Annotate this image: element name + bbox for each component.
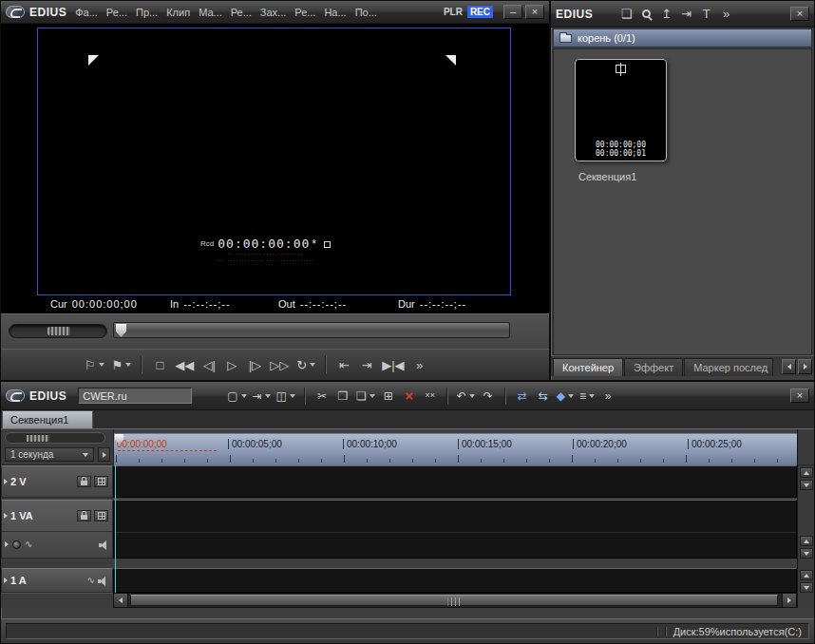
set-out-button[interactable]: ⚑ bbox=[108, 353, 136, 376]
time-scale-step-button[interactable] bbox=[98, 447, 110, 462]
close-button[interactable]: × bbox=[525, 5, 544, 19]
new-sequence-button[interactable]: ▢ bbox=[224, 385, 249, 407]
scroll-up-button[interactable] bbox=[800, 570, 813, 580]
scroll-tabs-right-button[interactable] bbox=[798, 359, 812, 374]
redo-button[interactable]: ↷ bbox=[478, 385, 499, 407]
player-mode-button[interactable]: PLR bbox=[442, 6, 464, 18]
set-in-button[interactable]: ⚐ bbox=[81, 353, 108, 376]
track-expand-icon[interactable] bbox=[4, 513, 8, 519]
speaker-icon[interactable] bbox=[99, 540, 109, 549]
speaker-icon[interactable] bbox=[98, 577, 108, 585]
track-lock-button[interactable] bbox=[77, 510, 91, 521]
sync-mode-button[interactable]: ⇄ bbox=[512, 385, 533, 407]
cut-button[interactable]: ✂ bbox=[312, 385, 332, 407]
track-expand-icon[interactable] bbox=[4, 479, 8, 484]
track-lock-button[interactable] bbox=[77, 476, 91, 487]
recorder-mode-button[interactable]: REC bbox=[467, 6, 493, 18]
zoom-slider-thumb[interactable] bbox=[27, 435, 49, 442]
menu-item[interactable]: Ре... bbox=[294, 7, 315, 18]
goto-out-button[interactable]: ⇥ bbox=[355, 353, 378, 376]
new-folder-button[interactable]: ❏ bbox=[616, 3, 636, 26]
track-expand-icon[interactable] bbox=[4, 578, 8, 583]
time-scale-select[interactable]: 1 секунда bbox=[5, 447, 94, 462]
save-project-button[interactable]: ◫ bbox=[274, 385, 298, 407]
track-patch-button[interactable] bbox=[94, 476, 108, 487]
menu-item[interactable]: Ре... bbox=[106, 7, 127, 18]
horizontal-scrollbar[interactable] bbox=[113, 593, 797, 608]
horizontal-scroll-thumb[interactable] bbox=[130, 595, 778, 606]
goto-in-button[interactable]: ⇤ bbox=[332, 353, 355, 376]
clip-thumbnail[interactable]: 00:00:00;00 00:00:00;01 bbox=[575, 59, 667, 161]
loop-playback-button[interactable]: ↻ bbox=[293, 353, 319, 376]
audio-expand-icon[interactable] bbox=[5, 541, 9, 547]
add-clip-button[interactable]: ⇥ bbox=[250, 385, 274, 407]
timeline-close-button[interactable]: × bbox=[790, 388, 809, 403]
audio-pan-knob[interactable] bbox=[12, 540, 21, 549]
delete-button[interactable]: × bbox=[399, 385, 420, 407]
menu-item[interactable]: Фа... bbox=[75, 7, 98, 18]
menu-item[interactable]: Зах... bbox=[260, 7, 286, 18]
menu-item[interactable]: Ма... bbox=[199, 7, 222, 18]
bin-tab[interactable]: Контейнер bbox=[553, 358, 623, 376]
import-button[interactable]: ⇥ bbox=[676, 3, 696, 26]
copy-button[interactable]: ❐ bbox=[332, 385, 353, 407]
scroll-right-button[interactable] bbox=[782, 594, 796, 607]
track-header-1a[interactable]: 1 A ∿ bbox=[1, 568, 113, 593]
position-slider-handle[interactable] bbox=[116, 324, 126, 337]
scroll-down-button[interactable] bbox=[800, 548, 813, 559]
bin-folder-path[interactable]: корень (0/1) bbox=[553, 28, 812, 47]
rewind-button[interactable]: ◀◀ bbox=[171, 353, 198, 376]
next-frame-button[interactable]: |▷ bbox=[243, 353, 266, 376]
timeline-ruler[interactable]: 00:00:00;0000:00:05;0000:00:10;0000:00:1… bbox=[113, 429, 797, 465]
track-lane-1va[interactable] bbox=[113, 500, 797, 559]
play-button[interactable]: ▷ bbox=[220, 353, 243, 376]
move-up-button[interactable]: ↥ bbox=[656, 3, 676, 26]
paste-button[interactable]: ❏ bbox=[353, 385, 378, 407]
track-lane-2v[interactable] bbox=[113, 465, 797, 498]
scroll-down-button[interactable] bbox=[800, 480, 813, 490]
bin-content-area[interactable]: 00:00:00;00 00:00:00;01 Секвенция1 bbox=[553, 48, 812, 355]
scroll-up-button[interactable] bbox=[800, 467, 813, 478]
bin-tab[interactable]: Эффект bbox=[624, 358, 683, 376]
scroll-tabs-left-button[interactable] bbox=[782, 359, 796, 374]
add-to-timeline-button[interactable]: ◆ bbox=[554, 385, 577, 407]
menu-item[interactable]: На... bbox=[324, 7, 346, 18]
insert-overwrite-button[interactable]: ⇆ bbox=[533, 385, 554, 407]
position-slider[interactable] bbox=[113, 322, 510, 338]
menu-item[interactable]: По... bbox=[355, 7, 377, 18]
track-header-2v[interactable]: 2 V bbox=[1, 465, 113, 498]
previous-frame-button[interactable]: ◁| bbox=[198, 353, 220, 376]
bin-tab[interactable]: Маркер послед bbox=[684, 358, 773, 376]
track-header-1va[interactable]: 1 VA ∿ bbox=[1, 500, 113, 559]
scroll-left-button[interactable] bbox=[114, 594, 128, 607]
undo-button[interactable]: ↶ bbox=[454, 385, 478, 407]
more-tools-button[interactable]: » bbox=[597, 385, 618, 407]
scroll-up-button[interactable] bbox=[800, 536, 813, 546]
stop-button[interactable]: □ bbox=[148, 353, 171, 376]
replace-button[interactable]: ⊞ bbox=[378, 385, 399, 407]
menu-item[interactable]: Клип bbox=[166, 7, 190, 18]
search-button[interactable] bbox=[636, 3, 656, 26]
waveform-icon[interactable]: ∿ bbox=[87, 576, 95, 585]
scroll-down-button[interactable] bbox=[800, 582, 813, 593]
fast-forward-button[interactable]: ▷▷ bbox=[266, 353, 293, 376]
more-tools-button[interactable]: » bbox=[716, 3, 736, 26]
sequence-tab[interactable]: Секвенция1 bbox=[2, 410, 93, 428]
waveform-icon[interactable]: ∿ bbox=[25, 540, 32, 549]
shuttle-slider[interactable] bbox=[9, 324, 107, 338]
track-lane-1a[interactable] bbox=[113, 568, 797, 593]
mixer-button[interactable]: ≡ bbox=[577, 385, 597, 407]
menu-item[interactable]: Пр... bbox=[136, 7, 158, 18]
text-tool-button[interactable]: T bbox=[696, 3, 716, 26]
minimize-button[interactable]: – bbox=[503, 5, 522, 19]
menu-item[interactable]: Ре... bbox=[231, 7, 252, 18]
play-around-cursor-button[interactable]: ▶|◀ bbox=[378, 353, 408, 376]
bin-close-button[interactable]: × bbox=[790, 7, 809, 21]
track-patch-button[interactable] bbox=[94, 510, 108, 521]
playhead-line[interactable] bbox=[115, 465, 116, 593]
zoom-slider[interactable] bbox=[5, 432, 105, 444]
ripple-delete-button[interactable]: ×× bbox=[420, 385, 441, 407]
shuttle-thumb[interactable] bbox=[47, 327, 70, 335]
more-controls-button[interactable]: » bbox=[408, 353, 431, 376]
project-name-input[interactable] bbox=[78, 388, 192, 404]
